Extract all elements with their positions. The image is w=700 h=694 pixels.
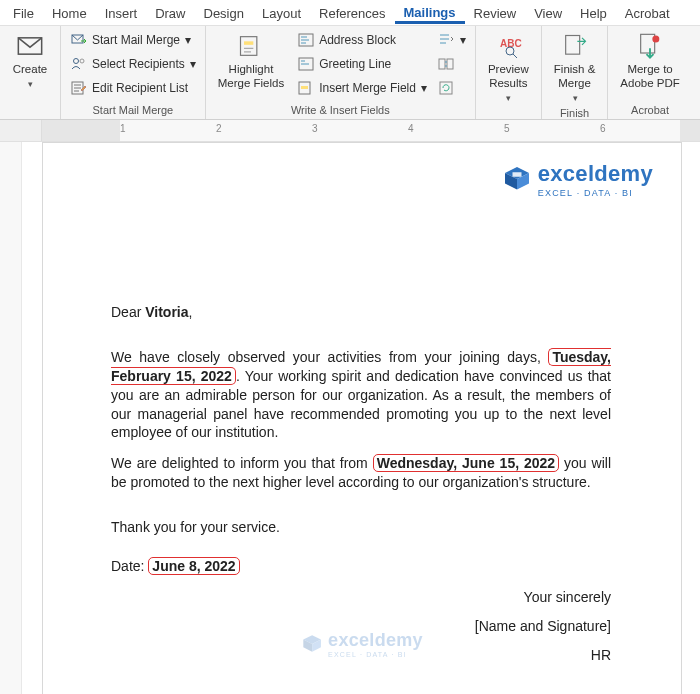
tab-draw[interactable]: Draw — [146, 2, 194, 24]
group-preview: ABC Preview Results ▾ — [476, 26, 542, 119]
tab-home[interactable]: Home — [43, 2, 96, 24]
letter-date-field: June 8, 2022 — [148, 557, 239, 575]
update-icon — [437, 79, 455, 97]
preview-results-button[interactable]: ABC Preview Results ▾ — [482, 29, 535, 105]
tab-file[interactable]: File — [4, 2, 43, 24]
chevron-down-icon: ▾ — [573, 93, 578, 103]
chevron-down-icon: ▾ — [460, 33, 466, 47]
tab-design[interactable]: Design — [195, 2, 253, 24]
address-block-icon — [297, 31, 315, 49]
svg-point-3 — [80, 59, 84, 63]
paragraph-1: We have closely observed your activities… — [111, 348, 611, 442]
ribbon: Create ▾ Start Mail Merge▾ Select Recipi… — [0, 26, 700, 120]
recipient-name: Vitoria — [145, 304, 188, 320]
mail-merge-icon — [70, 31, 88, 49]
chevron-down-icon: ▾ — [190, 57, 196, 71]
finish-merge-button[interactable]: Finish & Merge ▾ — [548, 29, 602, 105]
signature-1: Your sincerely — [111, 588, 611, 607]
start-mail-merge-button[interactable]: Start Mail Merge▾ — [67, 29, 199, 51]
group-start-mail-merge: Start Mail Merge▾ Select Recipients▾ Edi… — [61, 26, 206, 119]
preview-icon: ABC — [493, 31, 523, 61]
group-finish: Finish & Merge ▾ Finish — [542, 26, 609, 119]
create-label: Create — [13, 63, 48, 77]
greeting-line-button[interactable]: Greeting Line — [294, 53, 430, 75]
group-label-acrobat: Acrobat — [614, 102, 685, 119]
recipients-icon — [70, 55, 88, 73]
workspace: exceldemy EXCEL · DATA · BI Dear Vitoria… — [0, 142, 700, 694]
group-label-start: Start Mail Merge — [67, 102, 199, 119]
edit-recipient-list-button[interactable]: Edit Recipient List — [67, 77, 199, 99]
ruler-vertical[interactable] — [0, 142, 22, 694]
chevron-down-icon: ▾ — [28, 79, 33, 89]
tab-insert[interactable]: Insert — [96, 2, 147, 24]
logo-mark-icon — [502, 164, 532, 194]
pdf-icon — [635, 31, 665, 61]
svg-rect-19 — [512, 172, 521, 177]
signature-2: [Name and Signature] — [111, 617, 611, 636]
svg-rect-13 — [440, 82, 452, 94]
svg-rect-16 — [565, 36, 579, 55]
match-icon — [437, 55, 455, 73]
chevron-down-icon: ▾ — [185, 33, 191, 47]
highlight-label: Highlight Merge Fields — [218, 63, 284, 91]
tab-help[interactable]: Help — [571, 2, 616, 24]
insert-field-icon — [297, 79, 315, 97]
ribbon-tabs: FileHomeInsertDrawDesignLayoutReferences… — [0, 0, 700, 26]
svg-rect-11 — [439, 59, 445, 69]
select-recipients-button[interactable]: Select Recipients▾ — [67, 53, 199, 75]
svg-point-18 — [652, 36, 659, 43]
page-scroll[interactable]: exceldemy EXCEL · DATA · BI Dear Vitoria… — [22, 142, 700, 694]
svg-rect-10 — [301, 86, 308, 89]
greeting-icon — [297, 55, 315, 73]
svg-rect-6 — [244, 41, 253, 45]
svg-rect-12 — [447, 59, 453, 69]
chevron-down-icon: ▾ — [506, 93, 511, 103]
group-acrobat: Merge to Adobe PDF Acrobat — [608, 26, 691, 119]
edit-list-icon — [70, 79, 88, 97]
tab-mailings[interactable]: Mailings — [395, 1, 465, 24]
tab-review[interactable]: Review — [465, 2, 526, 24]
svg-point-2 — [74, 59, 79, 64]
update-labels-button[interactable] — [434, 77, 469, 99]
insert-merge-field-button[interactable]: Insert Merge Field▾ — [294, 77, 430, 99]
greeting-line: Dear Vitoria, — [111, 303, 611, 322]
svg-rect-17 — [641, 34, 655, 53]
rules-button[interactable]: ▾ — [434, 29, 469, 51]
match-fields-button[interactable] — [434, 53, 469, 75]
envelope-icon — [15, 31, 45, 61]
rules-icon — [437, 31, 455, 49]
address-block-button[interactable]: Address Block — [294, 29, 430, 51]
group-write-insert: Highlight Merge Fields Address Block Gre… — [206, 26, 476, 119]
ruler-horizontal: 123456 — [0, 120, 700, 142]
group-label-write: Write & Insert Fields — [212, 102, 469, 119]
promotion-date-field: Wednesday, June 15, 2022 — [373, 454, 559, 472]
tab-layout[interactable]: Layout — [253, 2, 310, 24]
merge-to-pdf-button[interactable]: Merge to Adobe PDF — [614, 29, 685, 93]
brand-logo: exceldemy EXCEL · DATA · BI — [502, 159, 653, 199]
finish-icon — [560, 31, 590, 61]
ruler-h[interactable]: 123456 — [42, 120, 700, 141]
tab-acrobat[interactable]: Acrobat — [616, 2, 679, 24]
svg-rect-5 — [240, 37, 256, 56]
chevron-down-icon: ▾ — [421, 81, 427, 95]
tab-references[interactable]: References — [310, 2, 394, 24]
tab-view[interactable]: View — [525, 2, 571, 24]
paragraph-2: We are delighted to inform you that from… — [111, 454, 611, 492]
thanks-line: Thank you for your service. — [111, 518, 611, 537]
document-page: exceldemy EXCEL · DATA · BI Dear Vitoria… — [42, 142, 682, 694]
date-line: Date: June 8, 2022 — [111, 557, 611, 576]
create-button[interactable]: Create ▾ — [6, 29, 54, 91]
signature-3: HR — [111, 646, 611, 665]
logo-text: exceldemy — [538, 159, 653, 189]
highlight-icon — [236, 31, 266, 61]
highlight-merge-fields-button[interactable]: Highlight Merge Fields — [212, 29, 290, 93]
group-create: Create ▾ — [0, 26, 61, 119]
